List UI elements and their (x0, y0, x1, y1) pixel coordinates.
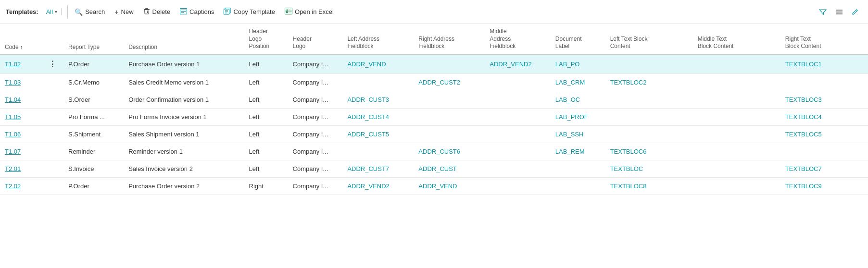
cell-code[interactable]: T1.05 (0, 108, 44, 125)
cell-right_text_block_content: TEXTBLOC5 (780, 125, 868, 143)
col-header-middle-text-block-content[interactable]: Middle TextBlock Content (693, 24, 780, 54)
cell-right_text_block_content: TEXTBLOC1 (780, 54, 868, 73)
cell-description: Purchase Order version 2 (124, 177, 244, 195)
search-icon: 🔍 (75, 8, 83, 16)
svg-rect-1 (145, 8, 148, 9)
cell-description: Purchase Order version 1 (124, 54, 244, 73)
cell-right_text_block_content: TEXTBLOC7 (780, 160, 868, 177)
cell-left_text_block_content: TEXTBLOC2 (605, 73, 693, 91)
templates-label: Templates: (6, 8, 38, 15)
row-menu-icon[interactable]: ⋮ (49, 60, 56, 68)
cell-header_logo_position: Left (244, 143, 288, 160)
cell-code[interactable]: T1.03 (0, 73, 44, 91)
cell-menu[interactable] (44, 73, 63, 91)
cell-right_address_fieldblock: ADDR_CUST6 (414, 143, 485, 160)
open-excel-label: Open in Excel (295, 8, 334, 15)
edit-icon-button[interactable] (848, 6, 862, 18)
cell-document_label (551, 177, 605, 195)
open-excel-button[interactable]: x Open in Excel (280, 5, 339, 19)
cell-description: Sales Invoice version 2 (124, 160, 244, 177)
columns-icon-button[interactable] (832, 6, 846, 18)
cell-header_logo_position: Left (244, 54, 288, 73)
cell-left_address_fieldblock: ADDR_CUST7 (342, 160, 414, 177)
col-header-code[interactable]: Code (0, 24, 44, 54)
cell-report_type: S.Cr.Memo (63, 73, 124, 91)
col-header-document-label[interactable]: DocumentLabel (551, 24, 605, 54)
cell-code[interactable]: T2.02 (0, 177, 44, 195)
cell-code[interactable]: T2.01 (0, 160, 44, 177)
table-row[interactable]: T1.07ReminderReminder version 1LeftCompa… (0, 143, 868, 160)
table-body: T1.02⋮P.OrderPurchase Order version 1Lef… (0, 54, 868, 195)
cell-left_text_block_content (605, 91, 693, 108)
table-row[interactable]: T1.02⋮P.OrderPurchase Order version 1Lef… (0, 54, 868, 73)
cell-header_logo: Company I... (288, 143, 343, 160)
cell-menu[interactable] (44, 108, 63, 125)
cell-header_logo: Company I... (288, 91, 343, 108)
cell-header_logo: Company I... (288, 108, 343, 125)
table-row[interactable]: T2.01S.InvoiceSales Invoice version 2Lef… (0, 160, 868, 177)
cell-document_label: LAB_CRM (551, 73, 605, 91)
table-row[interactable]: T1.06S.ShipmentSales Shipment version 1L… (0, 125, 868, 143)
col-header-middle-address-fieldblock[interactable]: MiddleAddressFieldblock (485, 24, 551, 54)
cell-middle_text_block_content (693, 177, 780, 195)
toolbar-right-actions (816, 6, 862, 18)
cell-description: Pro Forma Invoice version 1 (124, 108, 244, 125)
col-header-right-text-block-content[interactable]: Right TextBlock Content (780, 24, 868, 54)
table-row[interactable]: T1.05Pro Forma ...Pro Forma Invoice vers… (0, 108, 868, 125)
cell-code[interactable]: T1.06 (0, 125, 44, 143)
cell-menu[interactable] (44, 160, 63, 177)
copy-template-button[interactable]: Copy Template (219, 5, 279, 19)
cell-right_text_block_content: TEXTBLOC3 (780, 91, 868, 108)
delete-button[interactable]: Delete (138, 5, 176, 19)
search-button[interactable]: 🔍 Search (70, 5, 110, 19)
cell-right_text_block_content (780, 143, 868, 160)
cell-menu[interactable]: ⋮ (44, 54, 63, 73)
cell-menu[interactable] (44, 177, 63, 195)
cell-header_logo_position: Left (244, 91, 288, 108)
table-row[interactable]: T1.04S.OrderOrder Confirmation version 1… (0, 91, 868, 108)
cell-report_type: S.Shipment (63, 125, 124, 143)
cell-left_address_fieldblock (342, 73, 414, 91)
filter-all-button[interactable]: All ▾ (42, 8, 62, 15)
cell-middle_address_fieldblock (485, 143, 551, 160)
cell-menu[interactable] (44, 91, 63, 108)
cell-document_label: LAB_PROF (551, 108, 605, 125)
cell-document_label: LAB_REM (551, 143, 605, 160)
svg-rect-10 (225, 10, 228, 11)
cell-left_text_block_content: TEXTBLOC8 (605, 177, 693, 195)
cell-right_text_block_content (780, 73, 868, 91)
cell-middle_address_fieldblock (485, 125, 551, 143)
cell-menu[interactable] (44, 125, 63, 143)
cell-code[interactable]: T1.04 (0, 91, 44, 108)
cell-code[interactable]: T1.07 (0, 143, 44, 160)
table-row[interactable]: T1.03S.Cr.MemoSales Credit Memo version … (0, 73, 868, 91)
col-header-right-address-fieldblock[interactable]: Right AddressFieldblock (414, 24, 485, 54)
cell-header_logo_position: Left (244, 108, 288, 125)
col-header-left-address-fieldblock[interactable]: Left AddressFieldblock (342, 24, 414, 54)
captions-icon (180, 8, 187, 16)
col-header-header-logo-position[interactable]: HeaderLogoPosition (244, 24, 288, 54)
svg-rect-6 (181, 11, 186, 12)
table-container: Code Report Type Description HeaderLogoP… (0, 24, 868, 195)
filter-all-label: All (46, 8, 53, 15)
svg-rect-7 (181, 12, 184, 13)
cell-left_address_fieldblock: ADDR_VEND2 (342, 177, 414, 195)
filter-icon-button[interactable] (816, 6, 830, 18)
col-header-description[interactable]: Description (124, 24, 244, 54)
col-header-header-logo[interactable]: HeaderLogo (288, 24, 343, 54)
captions-button[interactable]: Captions (175, 5, 219, 19)
cell-code[interactable]: T1.02 (0, 54, 44, 73)
copy-template-label: Copy Template (233, 8, 275, 15)
cell-header_logo: Company I... (288, 125, 343, 143)
new-button[interactable]: + New (110, 5, 138, 19)
cell-middle_address_fieldblock (485, 73, 551, 91)
cell-middle_text_block_content (693, 73, 780, 91)
col-header-report-type[interactable]: Report Type (63, 24, 124, 54)
cell-left_text_block_content (605, 54, 693, 73)
cell-right_address_fieldblock (414, 108, 485, 125)
cell-header_logo_position: Left (244, 125, 288, 143)
table-row[interactable]: T2.02P.OrderPurchase Order version 2Righ… (0, 177, 868, 195)
cell-description: Reminder version 1 (124, 143, 244, 160)
col-header-left-text-block-content[interactable]: Left Text BlockContent (605, 24, 693, 54)
cell-menu[interactable] (44, 143, 63, 160)
